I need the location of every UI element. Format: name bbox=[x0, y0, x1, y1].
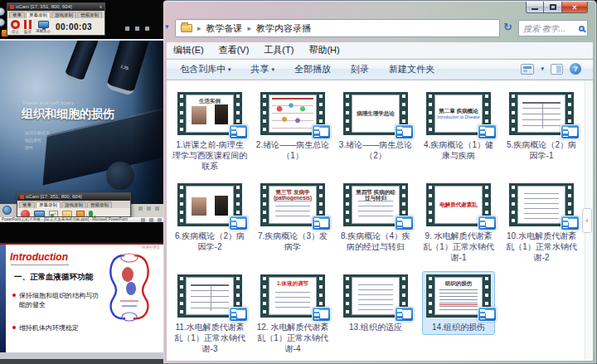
file-item[interactable]: 第四节 疾病的经过与转归 8.疾病概论（4）疾病的经过与转归 bbox=[334, 178, 417, 269]
video-thumbnail bbox=[343, 274, 408, 318]
file-item[interactable]: 13.组织的适应 bbox=[334, 269, 417, 361]
file-item-body[interactable]: 13.组织的适应 bbox=[339, 271, 412, 335]
file-item-body[interactable]: 2.绪论——病生总论（1） bbox=[251, 89, 334, 163]
thumbnail-slide-title: 第四节 疾病的经过与转归 bbox=[352, 187, 399, 201]
preview-pane-button[interactable] bbox=[551, 64, 563, 75]
file-item[interactable]: 1.体液的调节 12. 水电解质代谢紊乱（1）正常水钠代谢-4 bbox=[251, 269, 334, 361]
thumbnail-slide-title: 病理生理学总论 bbox=[352, 110, 399, 116]
lecture-video-frame[interactable]: 1.25 Tissue and cell injury 组织和细胞的损伤 病理学… bbox=[0, 39, 163, 204]
include-in-library-button[interactable]: 包含到库中 ▾ bbox=[180, 63, 231, 75]
codec-icon[interactable] bbox=[76, 211, 85, 217]
file-item[interactable]: 病理生理学总论 3.绪论——病生总论（2） bbox=[334, 87, 417, 178]
close-button[interactable]: × bbox=[561, 2, 588, 13]
file-item[interactable]: 5.疾病概论（2）病因学-1 bbox=[500, 87, 583, 178]
menu-edit[interactable]: 编辑(E) bbox=[173, 44, 204, 56]
file-item-body[interactable]: 生活实例 1.讲课之前-病理生理学与西医课程间的联系 bbox=[168, 89, 251, 174]
file-item-body[interactable]: 电解质代谢紊乱 9. 水电解质代谢紊乱（1）正常水钠代谢-1 bbox=[417, 180, 500, 265]
search-box[interactable] bbox=[518, 20, 588, 36]
share-button[interactable]: 共享 ▾ bbox=[251, 63, 275, 75]
thumbnail-slide: 第四节 疾病的经过与转归 bbox=[352, 186, 400, 224]
ocam-tab-screen-record[interactable]: 屏幕录制 bbox=[26, 12, 51, 18]
slide-credit-lines: 病理学教研室 精品课程 课件 bbox=[25, 130, 50, 153]
video-thumbnail: 1.体液的调节 bbox=[260, 274, 325, 318]
microphone-icon[interactable] bbox=[89, 211, 93, 217]
microscope-objective-large: 1.25 bbox=[105, 39, 152, 96]
ocam-tab-menu[interactable]: 菜单 bbox=[9, 12, 25, 18]
ocam2-tab-screen-record[interactable]: 屏幕录制 bbox=[36, 201, 61, 208]
preview-pane-toggle-button[interactable]: ‹ bbox=[582, 208, 592, 233]
menu-view[interactable]: 查看(V) bbox=[219, 44, 250, 56]
video-thumbnail bbox=[509, 183, 574, 226]
thumbnail-slide-title: 第二章 疾病概论 bbox=[435, 108, 482, 114]
burn-button[interactable]: 刻录 bbox=[351, 63, 369, 75]
ocam-app-icon bbox=[10, 5, 14, 9]
file-item[interactable]: 电解质代谢紊乱 9. 水电解质代谢紊乱（1）正常水钠代谢-1 bbox=[417, 178, 500, 269]
resize-button[interactable]: 调整大小 bbox=[36, 21, 51, 33]
record-icon[interactable] bbox=[21, 210, 30, 217]
help-button[interactable]: ? bbox=[570, 63, 581, 75]
new-folder-button[interactable]: 新建文件夹 bbox=[389, 63, 434, 75]
explorer-window: × ▾ ▸ 教学备课 ▸ 教学内容录播 ↻ 编辑(E) 查看(V) 工具(T) … bbox=[163, 0, 597, 364]
search-input[interactable] bbox=[522, 23, 579, 34]
search-icon[interactable] bbox=[579, 26, 585, 32]
file-name: 13.组织的适应 bbox=[349, 322, 402, 332]
file-grid: 生活实例 1.讲课之前-病理生理学与西医课程间的联系 2.绪论——病生总论（1） bbox=[167, 80, 585, 361]
change-view-button[interactable] bbox=[521, 64, 534, 75]
stop-icon bbox=[11, 20, 20, 29]
file-item[interactable]: 2.绪论——病生总论（1） bbox=[251, 87, 334, 178]
file-name: 6.疾病概论（2）病因学-2 bbox=[172, 231, 247, 252]
file-item-body[interactable]: 1.体液的调节 12. 水电解质代谢紊乱（1）正常水钠代谢-4 bbox=[251, 271, 334, 357]
bullet-icon bbox=[12, 294, 16, 297]
ocam-titlebar[interactable]: oCam [17, 351, 800, 604] x bbox=[7, 3, 104, 11]
breadcrumb-item-parent[interactable]: 教学备课 bbox=[206, 22, 243, 35]
thumbnail-slide: 第三节 发病学(pathogenesis) bbox=[269, 186, 317, 224]
thumbnail-slide-body bbox=[439, 289, 478, 311]
file-item-body[interactable]: 第三节 发病学(pathogenesis) 7.疾病概论（3）发病学 bbox=[251, 180, 334, 255]
refresh-icon[interactable]: ↻ bbox=[503, 21, 512, 33]
ocam2-tab-menu[interactable]: 菜单 bbox=[19, 201, 35, 208]
file-item-body[interactable]: 第二章 疾病概论 Introduction to Disease 4.疾病概论（… bbox=[417, 89, 500, 163]
breadcrumb-chevron-icon[interactable]: ▸ bbox=[248, 24, 252, 32]
breadcrumb-chevron-icon[interactable]: ▸ bbox=[197, 24, 201, 32]
change-view-dropdown-icon[interactable]: ▾ bbox=[541, 66, 544, 72]
file-item-body[interactable]: 5.疾病概论（2）病因学-1 bbox=[500, 89, 583, 163]
video-thumbnail: 第四节 疾病的经过与转归 bbox=[343, 183, 408, 226]
ocam2-titlebar[interactable]: oCam [17, 351, 800, 604] bbox=[17, 193, 130, 201]
file-item-body[interactable]: 第四节 疾病的经过与转归 8.疾病概论（4）疾病的经过与转归 bbox=[334, 180, 417, 255]
ocam-tab-game-record[interactable]: 游戏录制 bbox=[51, 12, 76, 18]
ocam2-tab-game-record[interactable]: 游戏录制 bbox=[61, 201, 86, 208]
address-bar[interactable]: ▸ 教学备课 ▸ 教学内容录播 bbox=[175, 19, 500, 37]
open-folder-icon[interactable] bbox=[62, 211, 72, 217]
file-item[interactable]: 10.水电解质代谢紊乱（1）正常水钠代谢-2 bbox=[500, 178, 583, 269]
play-all-button[interactable]: 全部播放 bbox=[294, 63, 331, 75]
monitor-icon[interactable] bbox=[34, 211, 45, 217]
file-item[interactable]: 6.疾病概论（2）病因学-2 bbox=[168, 178, 251, 269]
thumbnail-slide-body bbox=[275, 201, 310, 220]
breadcrumb-item-current[interactable]: 教学内容录播 bbox=[256, 22, 311, 35]
menu-help[interactable]: 帮助(H) bbox=[308, 44, 339, 56]
file-item[interactable]: 第二章 疾病概论 Introduction to Disease 4.疾病概论（… bbox=[417, 87, 500, 178]
ocam2-tab-audio-record[interactable]: 音频录制 bbox=[87, 201, 112, 208]
credit-line: 病理学教研室 bbox=[25, 130, 50, 135]
file-item-body[interactable]: 组织的损伤 14.组织的损伤 bbox=[422, 271, 495, 335]
file-item[interactable]: 11.水电解质代谢紊乱（1）正常水钠代谢-3 bbox=[168, 269, 251, 361]
thumbnail-slide-body bbox=[187, 187, 233, 223]
pause-recording-button[interactable]: 暂停 bbox=[24, 20, 32, 34]
maximize-button[interactable] bbox=[544, 2, 561, 13]
ocam-close-icon[interactable]: x bbox=[100, 3, 102, 11]
recent-pages-dropdown-icon[interactable]: ▾ bbox=[165, 22, 169, 31]
file-item-body[interactable]: 10.水电解质代谢紊乱（1）正常水钠代谢-2 bbox=[500, 180, 583, 265]
file-item-body[interactable]: 病理生理学总论 3.绪论——病生总论（2） bbox=[334, 89, 417, 163]
ocam-tab-audio-record[interactable]: 音频录制 bbox=[77, 12, 102, 18]
stop-recording-button[interactable]: 停止 bbox=[11, 20, 20, 34]
screenshot-icon[interactable] bbox=[49, 211, 58, 217]
file-item[interactable]: 组织的损伤 14.组织的损伤 bbox=[417, 269, 500, 361]
minimize-button[interactable] bbox=[526, 2, 544, 13]
menu-tools[interactable]: 工具(T) bbox=[264, 44, 294, 56]
file-item-body[interactable]: 6.疾病概论（2）病因学-2 bbox=[168, 180, 251, 255]
file-item[interactable]: 第三节 发病学(pathogenesis) 7.疾病概论（3）发病学 bbox=[251, 178, 334, 269]
file-item[interactable]: 生活实例 1.讲课之前-病理生理学与西医课程间的联系 bbox=[168, 87, 251, 178]
slide-title: 组织和细胞的损伤 bbox=[22, 107, 114, 122]
thumbnail-slide-body bbox=[191, 284, 229, 311]
file-item-body[interactable]: 11.水电解质代谢紊乱（1）正常水钠代谢-3 bbox=[168, 271, 251, 357]
